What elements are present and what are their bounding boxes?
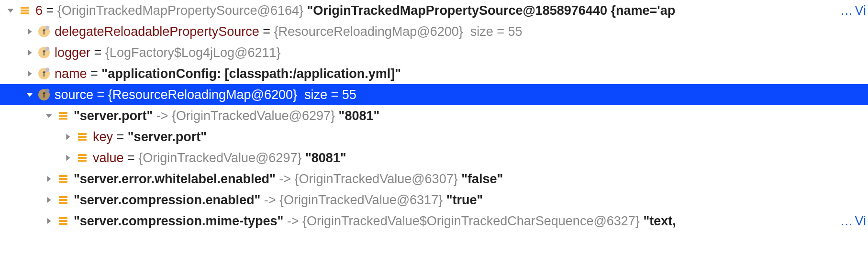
svg-rect-19 (78, 136, 87, 138)
svg-rect-26 (59, 181, 67, 183)
tree-row[interactable]: "server.port" -> {OriginTrackedValue@629… (0, 105, 868, 126)
svg-rect-23 (78, 160, 87, 162)
svg-rect-20 (78, 139, 87, 141)
text-part: "8081" (339, 109, 380, 123)
ellipsis-link[interactable]: ... (841, 214, 853, 229)
svg-point-7 (45, 47, 50, 51)
row-content[interactable]: delegateReloadablePropertySource = {Reso… (55, 24, 868, 39)
text-part: key (93, 130, 113, 144)
svg-point-13 (45, 89, 50, 93)
svg-rect-18 (78, 133, 87, 135)
svg-rect-16 (59, 115, 67, 117)
chevron-right-icon[interactable] (61, 132, 75, 141)
tree-row[interactable]: value = {OriginTrackedValue@6297} "8081" (0, 147, 868, 168)
row-content[interactable]: "server.port" -> {OriginTrackedValue@629… (74, 109, 868, 123)
row-trailing: ... Vi (841, 3, 868, 18)
row-content[interactable]: key = "server.port" (93, 130, 868, 144)
text-part: "8081" (305, 151, 346, 166)
text-part: -> (153, 109, 172, 123)
array-icon (56, 173, 71, 185)
chevron-right-icon[interactable] (23, 27, 36, 36)
text-part: "server.port" (74, 109, 153, 123)
tree-row[interactable]: "server.compression.mime-types" -> {Orig… (0, 210, 868, 232)
array-icon (17, 5, 33, 16)
text-part: -> (276, 172, 295, 187)
text-part: "false" (461, 172, 503, 187)
text-part: "server.port" (128, 130, 207, 144)
row-content[interactable]: logger = {LogFactory$Log4jLog@6211} (55, 45, 868, 60)
field-icon: f (36, 88, 52, 101)
svg-rect-32 (59, 223, 67, 225)
text-part: logger (55, 45, 90, 60)
text-part: 6 (35, 3, 43, 18)
chevron-right-icon[interactable] (23, 69, 36, 78)
chevron-right-icon[interactable] (23, 48, 36, 57)
text-part: "applicationConfig: [classpath:/applicat… (101, 66, 401, 81)
view-link[interactable]: Vi (855, 214, 866, 229)
text-part: "OriginTrackedMapPropertySource@18589764… (307, 3, 676, 18)
text-part: = (124, 151, 139, 166)
text-part: "server.compression.mime-types" (74, 214, 283, 229)
text-part: "true" (446, 193, 483, 208)
text-part: "text, (643, 214, 676, 229)
svg-rect-15 (59, 112, 67, 114)
row-content[interactable]: "server.compression.enabled" -> {OriginT… (74, 193, 868, 208)
tree-row[interactable]: "server.compression.enabled" -> {OriginT… (0, 189, 868, 210)
field-icon: f (36, 25, 52, 38)
row-content[interactable]: name = "applicationConfig: [classpath:/a… (55, 66, 868, 81)
array-icon (56, 215, 71, 227)
chevron-down-icon[interactable] (42, 111, 56, 120)
svg-rect-30 (59, 217, 67, 219)
svg-rect-22 (78, 157, 87, 159)
chevron-down-icon[interactable] (4, 6, 17, 15)
text-part: {OriginTrackedValue@6317} (279, 193, 446, 208)
text-part: = (90, 45, 105, 60)
row-content[interactable]: "server.error.whitelabel.enabled" -> {Or… (74, 172, 868, 187)
text-part: "server.error.whitelabel.enabled" (74, 172, 276, 187)
svg-rect-17 (59, 118, 67, 120)
debugger-variables-tree[interactable]: 6 = {OriginTrackedMapPropertySource@6164… (0, 0, 868, 232)
text-part: delegateReloadablePropertySource (55, 24, 259, 39)
svg-rect-31 (59, 220, 67, 222)
text-part: = (113, 130, 128, 144)
tree-row[interactable]: fname = "applicationConfig: [classpath:/… (0, 63, 868, 84)
array-icon (75, 152, 90, 164)
text-part: source (55, 88, 93, 102)
tree-row[interactable]: fsource = {ResourceReloadingMap@6200} si… (0, 84, 868, 105)
svg-rect-27 (59, 196, 67, 198)
svg-point-10 (45, 68, 50, 72)
chevron-right-icon[interactable] (42, 175, 56, 183)
svg-rect-25 (59, 178, 67, 180)
tree-row[interactable]: "server.error.whitelabel.enabled" -> {Or… (0, 168, 868, 189)
row-content[interactable]: source = {ResourceReloadingMap@6200} siz… (55, 88, 868, 102)
chevron-right-icon[interactable] (61, 154, 75, 162)
svg-rect-24 (59, 175, 67, 177)
text-part: = (87, 66, 102, 81)
row-content[interactable]: 6 = {OriginTrackedMapPropertySource@6164… (35, 3, 841, 18)
text-part: {OriginTrackedValue@6297} (138, 151, 305, 166)
text-part: "server.compression.enabled" (74, 193, 260, 208)
row-content[interactable]: "server.compression.mime-types" -> {Orig… (74, 214, 841, 229)
text-part: {ResourceReloadingMap@6200} size = 55 (274, 24, 523, 39)
view-link[interactable]: Vi (855, 3, 866, 18)
svg-text:f: f (43, 70, 45, 78)
row-trailing: ... Vi (841, 214, 868, 229)
row-content[interactable]: value = {OriginTrackedValue@6297} "8081" (93, 151, 868, 166)
text-part: {OriginTrackedMapPropertySource@6164} (57, 3, 307, 18)
text-part: {ResourceReloadingMap@6200} size = 55 (108, 88, 356, 102)
chevron-right-icon[interactable] (42, 196, 56, 204)
field-icon: f (36, 46, 52, 59)
tree-row[interactable]: fdelegateReloadablePropertySource = {Res… (0, 21, 868, 42)
svg-rect-1 (21, 10, 29, 11)
text-part: -> (283, 214, 302, 229)
text-part: value (93, 151, 124, 166)
chevron-right-icon[interactable] (42, 217, 56, 225)
tree-row[interactable]: key = "server.port" (0, 126, 868, 147)
tree-row[interactable]: flogger = {LogFactory$Log4jLog@6211} (0, 42, 868, 63)
array-icon (75, 131, 90, 143)
svg-rect-2 (21, 12, 29, 14)
tree-row[interactable]: 6 = {OriginTrackedMapPropertySource@6164… (0, 0, 868, 21)
text-part: = (259, 24, 274, 39)
ellipsis-link[interactable]: ... (841, 3, 853, 18)
chevron-down-icon[interactable] (23, 90, 36, 99)
